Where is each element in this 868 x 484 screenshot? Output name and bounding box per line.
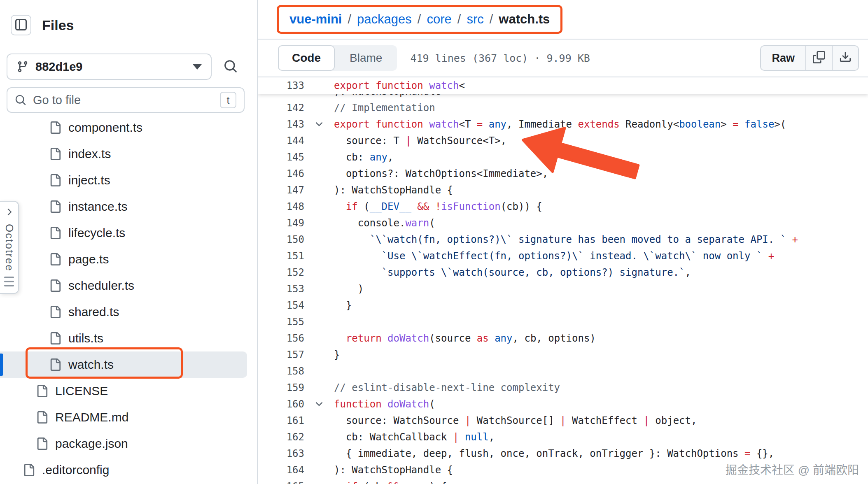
- chevron-spacer: [304, 478, 334, 484]
- search-button[interactable]: [217, 54, 244, 80]
- file-name: README.md: [55, 410, 128, 424]
- file-tree-item-package.json[interactable]: package.json: [0, 430, 247, 457]
- chevron-spacer: [304, 231, 334, 248]
- raw-button[interactable]: Raw: [760, 45, 806, 71]
- copy-button[interactable]: [806, 45, 833, 71]
- file-icon: [49, 148, 62, 160]
- code-line-146: 146 options?: WatchOptions<Immediate>,: [258, 165, 868, 182]
- go-to-file-input[interactable]: Go to file t: [7, 87, 245, 113]
- line-number[interactable]: 162: [258, 429, 304, 445]
- file-toolbar: Code Blame 419 lines (367 loc) · 9.99 KB…: [258, 40, 868, 77]
- breadcrumb-separator: /: [457, 12, 461, 27]
- file-tree-item-index.ts[interactable]: index.ts: [0, 141, 247, 167]
- file-tree-item-lifecycle.ts[interactable]: lifecycle.ts: [0, 220, 247, 246]
- line-number[interactable]: 155: [258, 314, 304, 330]
- chevron-down-icon: [193, 64, 202, 70]
- file-name: index.ts: [68, 147, 111, 161]
- code-text: cb: any,: [334, 149, 394, 165]
- line-number[interactable]: 157: [258, 347, 304, 363]
- file-tree-item-watch.ts[interactable]: watch.ts: [0, 351, 247, 378]
- chevron-right-icon[interactable]: [4, 207, 14, 219]
- file-name: LICENSE: [55, 384, 108, 398]
- line-number[interactable]: 164: [258, 462, 304, 478]
- file-icon: [49, 279, 62, 292]
- file-tree-item-.editorconfig[interactable]: .editorconfig: [0, 457, 247, 483]
- file-tree-item-scheduler.ts[interactable]: scheduler.ts: [0, 272, 247, 299]
- line-number[interactable]: 165: [258, 478, 304, 484]
- breadcrumb: vue-mini/packages/core/src/watch.ts: [289, 12, 550, 27]
- tab-code[interactable]: Code: [278, 45, 335, 71]
- collapse-chevron-icon[interactable]: [304, 396, 334, 412]
- line-number[interactable]: 148: [258, 198, 304, 215]
- breadcrumb-core[interactable]: core: [427, 12, 451, 27]
- file-name: component.ts: [68, 121, 142, 135]
- branch-selector[interactable]: 882d1e9: [7, 54, 212, 80]
- download-icon: [839, 51, 852, 65]
- breadcrumb-src[interactable]: src: [467, 12, 483, 27]
- file-icon: [49, 174, 62, 186]
- file-icon: [35, 411, 49, 424]
- line-number[interactable]: 150: [258, 231, 304, 248]
- octotree-panel[interactable]: Octotree: [0, 201, 19, 294]
- line-number[interactable]: 147: [258, 182, 304, 198]
- drag-handle-icon[interactable]: [4, 277, 14, 288]
- code-text: }: [334, 297, 352, 314]
- file-tree-item-README.md[interactable]: README.md: [0, 404, 247, 430]
- code-line-145: 145 cb: any,: [258, 149, 868, 165]
- file-tree-item-LICENSE[interactable]: LICENSE: [0, 378, 247, 404]
- line-number[interactable]: 153: [258, 281, 304, 297]
- code-text: function doWatch(: [334, 396, 435, 412]
- chevron-spacer: [304, 248, 334, 264]
- line-number[interactable]: 158: [258, 363, 304, 379]
- line-number[interactable]: 159: [258, 379, 304, 396]
- chevron-spacer: [304, 149, 334, 165]
- line-number[interactable]: 163: [258, 445, 304, 462]
- code-line-149: 149 console.warn(: [258, 215, 868, 231]
- line-number[interactable]: 133: [258, 77, 304, 94]
- code-line-159: 159// eslint-disable-next-line complexit…: [258, 379, 868, 396]
- code-text: `supports \`watch(source, cb, options?) …: [334, 264, 691, 281]
- code-line-150: 150 `\`watch(fn, options?)\` signature h…: [258, 231, 868, 248]
- file-icon: [22, 464, 35, 476]
- line-number[interactable]: 143: [258, 116, 304, 133]
- code-panel: vue-mini/packages/core/src/watch.ts Code…: [258, 0, 868, 484]
- file-tree-item-page.ts[interactable]: page.ts: [0, 246, 247, 272]
- file-tree-item-component.ts[interactable]: component.ts: [0, 114, 247, 141]
- download-button[interactable]: [833, 45, 859, 71]
- line-number[interactable]: 145: [258, 149, 304, 165]
- file-tree-item-shared.ts[interactable]: shared.ts: [0, 299, 247, 325]
- line-number[interactable]: 161: [258, 412, 304, 429]
- line-number[interactable]: 151: [258, 248, 304, 264]
- file-tree-item-utils.ts[interactable]: utils.ts: [0, 325, 247, 351]
- collapse-sidebar-button[interactable]: [11, 15, 31, 35]
- file-name: page.ts: [68, 252, 109, 266]
- code-text: `Use \`watchEffect(fn, options?)\` inste…: [334, 248, 774, 264]
- line-number[interactable]: 142: [258, 100, 304, 116]
- chevron-spacer: [304, 198, 334, 215]
- tab-blame[interactable]: Blame: [335, 45, 397, 71]
- breadcrumb-vue-mini[interactable]: vue-mini: [289, 12, 342, 27]
- code-line-148: 148 if (__DEV__ && !isFunction(cb)) {: [258, 198, 868, 215]
- line-number[interactable]: 149: [258, 215, 304, 231]
- line-number[interactable]: 146: [258, 165, 304, 182]
- code-text: return doWatch(source as any, cb, option…: [334, 330, 596, 347]
- line-number[interactable]: 154: [258, 297, 304, 314]
- file-icon: [49, 358, 62, 371]
- chevron-spacer: [304, 182, 334, 198]
- file-tree-item-instance.ts[interactable]: instance.ts: [0, 193, 247, 220]
- code-line-163: 163 { immediate, deep, flush, once, onTr…: [258, 445, 868, 462]
- line-number[interactable]: 156: [258, 330, 304, 347]
- line-number[interactable]: 160: [258, 396, 304, 412]
- code-view: 133export function watch< 141): WatchSto…: [258, 77, 868, 484]
- collapse-chevron-icon[interactable]: [304, 116, 334, 133]
- line-number[interactable]: 152: [258, 264, 304, 281]
- breadcrumb-watch.ts: watch.ts: [499, 12, 550, 27]
- file-tree-item-inject.ts[interactable]: inject.ts: [0, 167, 247, 193]
- chevron-spacer: [304, 94, 334, 100]
- code-text: // Implementation: [334, 100, 435, 116]
- chevron-spacer: [304, 264, 334, 281]
- code-text: source: WatchSource | WatchSource[] | Wa…: [334, 412, 697, 429]
- line-number[interactable]: 144: [258, 133, 304, 149]
- breadcrumb-packages[interactable]: packages: [357, 12, 412, 27]
- code-text: cb: WatchCallback | null,: [334, 429, 495, 445]
